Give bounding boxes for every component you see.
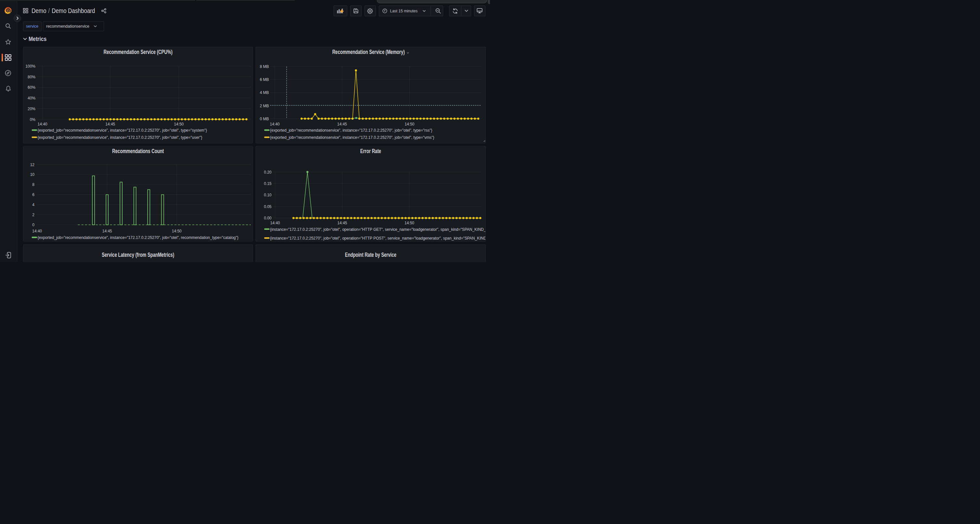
svg-text:14:45: 14:45	[337, 122, 347, 127]
svg-text:14:40: 14:40	[37, 122, 47, 127]
svg-text:14:40: 14:40	[270, 221, 280, 225]
svg-text:12: 12	[30, 162, 35, 167]
svg-text:{exported_job="recommendations: {exported_job="recommendationservice", i…	[270, 128, 433, 133]
svg-text:8 MB: 8 MB	[260, 64, 269, 69]
svg-text:4: 4	[32, 203, 35, 207]
svg-text:14:50: 14:50	[404, 122, 414, 127]
svg-text:80%: 80%	[27, 75, 35, 79]
svg-text:4 MB: 4 MB	[260, 91, 269, 95]
svg-text:6 MB: 6 MB	[260, 77, 269, 82]
svg-text:14:50: 14:50	[172, 229, 181, 233]
svg-text:60%: 60%	[27, 85, 35, 90]
svg-text:{instance="172.17.0.2:25270",: {instance="172.17.0.2:25270", job="otel"…	[270, 236, 486, 241]
svg-text:100%: 100%	[25, 64, 35, 68]
svg-text:0: 0	[32, 223, 35, 227]
svg-text:2 MB: 2 MB	[260, 103, 269, 108]
svg-text:0.15: 0.15	[264, 181, 272, 186]
svg-text:0.00: 0.00	[264, 216, 272, 221]
svg-text:{exported_job="recommendations: {exported_job="recommendationservice", i…	[37, 128, 207, 133]
svg-text:0%: 0%	[30, 117, 35, 122]
svg-text:0.05: 0.05	[264, 204, 272, 209]
svg-text:10: 10	[30, 172, 35, 177]
svg-text:2: 2	[32, 213, 35, 217]
svg-text:20%: 20%	[27, 106, 35, 111]
svg-text:0.20: 0.20	[264, 170, 272, 174]
svg-text:14:40: 14:40	[270, 122, 280, 127]
svg-text:40%: 40%	[27, 96, 35, 100]
svg-text:14:50: 14:50	[173, 122, 183, 127]
svg-text:{instance="172.17.0.2:25270",: {instance="172.17.0.2:25270", job="otel"…	[270, 227, 486, 232]
svg-text:14:45: 14:45	[337, 221, 347, 225]
svg-text:14:45: 14:45	[105, 122, 115, 127]
svg-text:14:50: 14:50	[404, 221, 414, 225]
svg-text:{exported_job="recommendations: {exported_job="recommendationservice", i…	[37, 135, 202, 140]
svg-text:14:45: 14:45	[102, 229, 112, 233]
svg-text:0.10: 0.10	[264, 193, 272, 197]
svg-text:{exported_job="recommendations: {exported_job="recommendationservice", i…	[37, 235, 238, 240]
svg-text:6: 6	[32, 192, 35, 197]
svg-text:0 MB: 0 MB	[260, 116, 269, 121]
svg-text:8: 8	[32, 183, 35, 187]
svg-text:14:40: 14:40	[32, 229, 41, 233]
svg-text:{exported_job="recommendations: {exported_job="recommendationservice", i…	[270, 135, 434, 140]
